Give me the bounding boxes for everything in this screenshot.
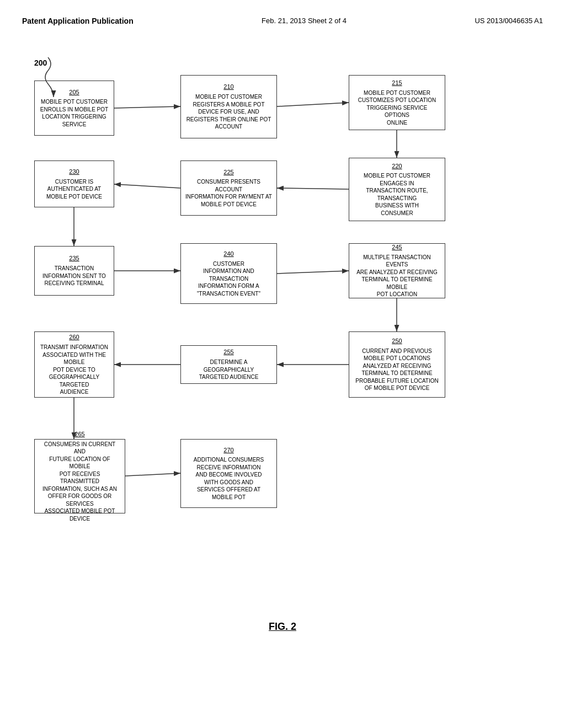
box-210: 210 MOBILE POT CUSTOMER REGISTERS A MOBI… <box>180 75 277 138</box>
box-225-text: CONSUMER PRESENTS ACCOUNT INFORMATION FO… <box>185 178 272 208</box>
box-240-text: CUSTOMER INFORMATION AND TRANSACTION INF… <box>197 260 260 298</box>
diagram-label: 200 <box>34 58 47 67</box>
box-205-num: 205 <box>69 88 79 97</box>
header-center: Feb. 21, 2013 Sheet 2 of 4 <box>262 17 347 25</box>
box-225-num: 225 <box>223 168 233 176</box>
svg-line-8 <box>277 271 349 274</box>
box-245-text: MULTIPLE TRANSACTION EVENTS ARE ANALYZED… <box>354 254 440 298</box>
box-235-num: 235 <box>69 254 79 263</box>
box-220-num: 220 <box>392 162 402 170</box>
box-210-num: 210 <box>223 83 233 91</box>
box-245-num: 245 <box>392 243 402 251</box>
box-255-text: DETERMINE A GEOGRAPHICALLY TARGETED AUDI… <box>185 358 272 381</box>
svg-line-13 <box>125 473 180 476</box>
svg-line-4 <box>277 188 349 189</box>
box-205: 205 MOBILE POT CUSTOMER ENROLLS IN MOBIL… <box>34 81 114 136</box>
box-265: 265 CONSUMERS IN CURRENT AND FUTURE LOCA… <box>34 439 125 513</box>
box-215-text: MOBILE POT CUSTOMER CUSTOMIZES POT LOCAT… <box>354 89 440 127</box>
box-215-num: 215 <box>392 79 402 87</box>
diagram-container: 200 205 MOBILE POT CUSTOMER ENROLLS IN M… <box>23 36 542 615</box>
page-header: Patent Application Publication Feb. 21, … <box>22 11 543 36</box>
box-235-text: TRANSACTION INFORMATION SENT TO RECEIVIN… <box>42 265 106 287</box>
box-210-text: MOBILE POT CUSTOMER REGISTERS A MOBILE P… <box>186 93 271 131</box>
box-255: 255 DETERMINE A GEOGRAPHICALLY TARGETED … <box>180 345 277 384</box>
box-215: 215 MOBILE POT CUSTOMER CUSTOMIZES POT L… <box>349 75 445 130</box>
box-250-num: 250 <box>392 337 402 345</box>
box-220: 220 MOBILE POT CUSTOMER ENGAGES IN TRANS… <box>349 158 445 221</box>
figure-label: FIG. 2 <box>22 621 543 633</box>
box-260: 260 TRANSMIT INFORMATION ASSOCIATED WITH… <box>34 331 114 398</box>
box-230-text: CUSTOMER IS AUTHENTICATED AT MOBILE POT … <box>46 178 102 201</box>
box-235: 235 TRANSACTION INFORMATION SENT TO RECE… <box>34 246 114 296</box>
header-left: Patent Application Publication <box>22 17 134 25</box>
box-260-text: TRANSMIT INFORMATION ASSOCIATED WITH THE… <box>39 344 109 396</box>
page: Patent Application Publication Feb. 21, … <box>0 0 565 728</box>
box-205-text: MOBILE POT CUSTOMER ENROLLS IN MOBILE PO… <box>40 98 108 128</box>
box-265-text: CONSUMERS IN CURRENT AND FUTURE LOCATION… <box>39 441 120 523</box>
box-220-text: MOBILE POT CUSTOMER ENGAGES IN TRANSACTI… <box>364 172 430 217</box>
box-250-text: CURRENT AND PREVIOUS MOBILE POT LOCATION… <box>355 347 438 392</box>
box-270-text: ADDITIONAL CONSUMERS RECEIVE INFORMATION… <box>194 456 264 501</box>
box-250: 250 CURRENT AND PREVIOUS MOBILE POT LOCA… <box>349 331 445 398</box>
box-230-num: 230 <box>69 168 79 176</box>
box-260-num: 260 <box>69 333 79 341</box>
box-225: 225 CONSUMER PRESENTS ACCOUNT INFORMATIO… <box>180 160 277 216</box>
box-240: 240 CUSTOMER INFORMATION AND TRANSACTION… <box>180 243 277 304</box>
box-245: 245 MULTIPLE TRANSACTION EVENTS ARE ANAL… <box>349 243 445 298</box>
box-270: 270 ADDITIONAL CONSUMERS RECEIVE INFORMA… <box>180 439 277 508</box>
box-270-num: 270 <box>223 446 233 454</box>
svg-line-1 <box>114 106 180 108</box>
box-265-num: 265 <box>74 430 84 438</box>
box-230: 230 CUSTOMER IS AUTHENTICATED AT MOBILE … <box>34 160 114 207</box>
svg-line-5 <box>114 184 180 188</box>
svg-line-2 <box>277 103 349 106</box>
box-240-num: 240 <box>223 250 233 258</box>
header-right: US 2013/0046635 A1 <box>475 17 543 25</box>
box-255-num: 255 <box>223 348 233 356</box>
